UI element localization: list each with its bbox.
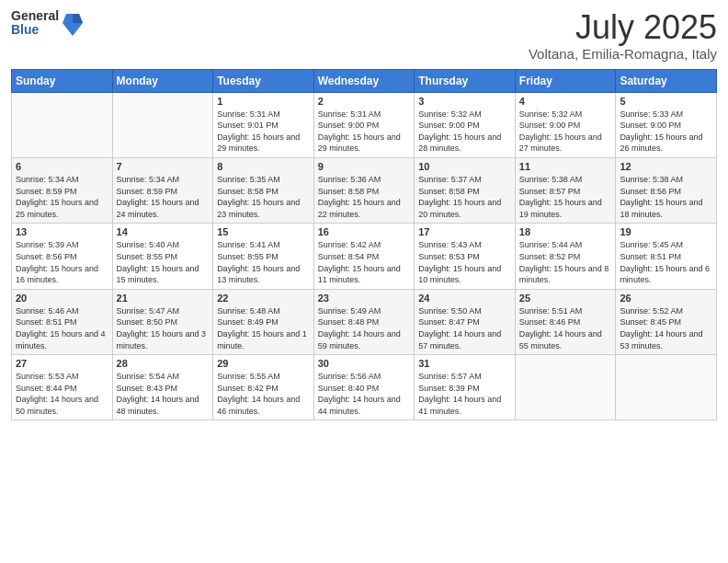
subtitle: Voltana, Emilia-Romagna, Italy bbox=[529, 46, 717, 62]
calendar-cell: 30Sunrise: 5:56 AM Sunset: 8:40 PM Dayli… bbox=[313, 355, 415, 420]
calendar-cell: 25Sunrise: 5:51 AM Sunset: 8:46 PM Dayli… bbox=[515, 289, 616, 354]
day-number: 20 bbox=[16, 293, 108, 304]
logo-text: General Blue bbox=[11, 9, 59, 38]
calendar-cell: 13Sunrise: 5:39 AM Sunset: 8:56 PM Dayli… bbox=[12, 224, 113, 289]
day-number: 29 bbox=[217, 358, 310, 369]
day-detail: Sunrise: 5:45 AM Sunset: 8:51 PM Dayligh… bbox=[620, 239, 712, 285]
calendar-cell: 17Sunrise: 5:43 AM Sunset: 8:53 PM Dayli… bbox=[415, 224, 516, 289]
calendar-cell: 3Sunrise: 5:32 AM Sunset: 9:00 PM Daylig… bbox=[415, 92, 516, 157]
calendar-cell: 21Sunrise: 5:47 AM Sunset: 8:50 PM Dayli… bbox=[112, 289, 213, 354]
day-detail: Sunrise: 5:40 AM Sunset: 8:55 PM Dayligh… bbox=[117, 239, 210, 285]
calendar-cell: 8Sunrise: 5:35 AM Sunset: 8:58 PM Daylig… bbox=[213, 157, 314, 223]
calendar-cell: 27Sunrise: 5:53 AM Sunset: 8:44 PM Dayli… bbox=[12, 355, 113, 420]
weekday-header: Saturday bbox=[616, 69, 717, 92]
day-detail: Sunrise: 5:48 AM Sunset: 8:49 PM Dayligh… bbox=[217, 305, 310, 351]
weekday-header: Monday bbox=[112, 69, 213, 92]
calendar-cell: 23Sunrise: 5:49 AM Sunset: 8:48 PM Dayli… bbox=[313, 289, 415, 354]
calendar-body: 1Sunrise: 5:31 AM Sunset: 9:01 PM Daylig… bbox=[12, 92, 717, 420]
calendar-cell: 15Sunrise: 5:41 AM Sunset: 8:55 PM Dayli… bbox=[213, 224, 314, 289]
calendar-cell: 6Sunrise: 5:34 AM Sunset: 8:59 PM Daylig… bbox=[12, 157, 113, 223]
calendar-week-row: 6Sunrise: 5:34 AM Sunset: 8:59 PM Daylig… bbox=[12, 157, 717, 223]
calendar-week-row: 1Sunrise: 5:31 AM Sunset: 9:01 PM Daylig… bbox=[12, 92, 717, 157]
day-number: 18 bbox=[519, 226, 612, 237]
day-number: 14 bbox=[117, 226, 210, 237]
day-number: 5 bbox=[620, 96, 712, 107]
day-number: 1 bbox=[217, 96, 310, 107]
day-detail: Sunrise: 5:55 AM Sunset: 8:42 PM Dayligh… bbox=[217, 371, 310, 417]
main-title: July 2025 bbox=[529, 9, 717, 46]
calendar-cell: 22Sunrise: 5:48 AM Sunset: 8:49 PM Dayli… bbox=[213, 289, 314, 354]
calendar-cell: 2Sunrise: 5:31 AM Sunset: 9:00 PM Daylig… bbox=[313, 92, 415, 157]
day-number: 11 bbox=[519, 161, 612, 172]
day-number: 9 bbox=[318, 161, 411, 172]
calendar-header: SundayMondayTuesdayWednesdayThursdayFrid… bbox=[12, 69, 717, 92]
calendar-cell: 16Sunrise: 5:42 AM Sunset: 8:54 PM Dayli… bbox=[313, 224, 415, 289]
day-detail: Sunrise: 5:43 AM Sunset: 8:53 PM Dayligh… bbox=[418, 239, 511, 285]
day-detail: Sunrise: 5:49 AM Sunset: 8:48 PM Dayligh… bbox=[318, 305, 411, 351]
day-detail: Sunrise: 5:36 AM Sunset: 8:58 PM Dayligh… bbox=[318, 174, 411, 220]
day-number: 17 bbox=[418, 226, 511, 237]
calendar-cell: 28Sunrise: 5:54 AM Sunset: 8:43 PM Dayli… bbox=[112, 355, 213, 420]
day-number: 15 bbox=[217, 226, 310, 237]
calendar-cell: 20Sunrise: 5:46 AM Sunset: 8:51 PM Dayli… bbox=[12, 289, 113, 354]
day-detail: Sunrise: 5:42 AM Sunset: 8:54 PM Dayligh… bbox=[318, 239, 411, 285]
weekday-header: Wednesday bbox=[313, 69, 415, 92]
weekday-header: Thursday bbox=[415, 69, 516, 92]
day-number: 13 bbox=[16, 226, 108, 237]
day-number: 30 bbox=[318, 358, 411, 369]
logo: General Blue bbox=[11, 9, 83, 38]
day-detail: Sunrise: 5:37 AM Sunset: 8:58 PM Dayligh… bbox=[418, 174, 511, 220]
day-detail: Sunrise: 5:38 AM Sunset: 8:56 PM Dayligh… bbox=[620, 174, 712, 220]
day-detail: Sunrise: 5:56 AM Sunset: 8:40 PM Dayligh… bbox=[318, 371, 411, 417]
calendar: SundayMondayTuesdayWednesdayThursdayFrid… bbox=[11, 69, 717, 421]
calendar-cell: 24Sunrise: 5:50 AM Sunset: 8:47 PM Dayli… bbox=[415, 289, 516, 354]
weekday-header: Sunday bbox=[12, 69, 113, 92]
day-number: 27 bbox=[16, 358, 108, 369]
calendar-cell: 14Sunrise: 5:40 AM Sunset: 8:55 PM Dayli… bbox=[112, 224, 213, 289]
day-number: 26 bbox=[620, 293, 712, 304]
calendar-cell: 11Sunrise: 5:38 AM Sunset: 8:57 PM Dayli… bbox=[515, 157, 616, 223]
day-number: 22 bbox=[217, 293, 310, 304]
day-detail: Sunrise: 5:31 AM Sunset: 9:00 PM Dayligh… bbox=[318, 109, 411, 155]
day-detail: Sunrise: 5:44 AM Sunset: 8:52 PM Dayligh… bbox=[519, 239, 612, 285]
day-number: 12 bbox=[620, 161, 712, 172]
day-detail: Sunrise: 5:34 AM Sunset: 8:59 PM Dayligh… bbox=[16, 174, 108, 220]
day-number: 19 bbox=[620, 226, 712, 237]
day-detail: Sunrise: 5:31 AM Sunset: 9:01 PM Dayligh… bbox=[217, 109, 310, 155]
day-detail: Sunrise: 5:46 AM Sunset: 8:51 PM Dayligh… bbox=[16, 305, 108, 351]
calendar-cell: 26Sunrise: 5:52 AM Sunset: 8:45 PM Dayli… bbox=[616, 289, 717, 354]
day-number: 31 bbox=[418, 358, 511, 369]
day-detail: Sunrise: 5:32 AM Sunset: 9:00 PM Dayligh… bbox=[418, 109, 511, 155]
calendar-cell bbox=[515, 355, 616, 420]
calendar-cell: 12Sunrise: 5:38 AM Sunset: 8:56 PM Dayli… bbox=[616, 157, 717, 223]
calendar-cell: 31Sunrise: 5:57 AM Sunset: 8:39 PM Dayli… bbox=[415, 355, 516, 420]
day-detail: Sunrise: 5:54 AM Sunset: 8:43 PM Dayligh… bbox=[117, 371, 210, 417]
day-detail: Sunrise: 5:32 AM Sunset: 9:00 PM Dayligh… bbox=[519, 109, 612, 155]
day-detail: Sunrise: 5:50 AM Sunset: 8:47 PM Dayligh… bbox=[418, 305, 511, 351]
day-detail: Sunrise: 5:52 AM Sunset: 8:45 PM Dayligh… bbox=[620, 305, 712, 351]
page: General Blue July 2025 Voltana, Emilia-R… bbox=[0, 0, 728, 563]
calendar-cell bbox=[12, 92, 113, 157]
day-number: 3 bbox=[418, 96, 511, 107]
calendar-cell: 4Sunrise: 5:32 AM Sunset: 9:00 PM Daylig… bbox=[515, 92, 616, 157]
calendar-cell: 1Sunrise: 5:31 AM Sunset: 9:01 PM Daylig… bbox=[213, 92, 314, 157]
day-number: 21 bbox=[117, 293, 210, 304]
day-number: 28 bbox=[117, 358, 210, 369]
calendar-cell: 7Sunrise: 5:34 AM Sunset: 8:59 PM Daylig… bbox=[112, 157, 213, 223]
logo-general: General bbox=[11, 9, 59, 23]
day-number: 24 bbox=[418, 293, 511, 304]
day-detail: Sunrise: 5:47 AM Sunset: 8:50 PM Dayligh… bbox=[117, 305, 210, 351]
day-number: 7 bbox=[117, 161, 210, 172]
day-number: 6 bbox=[16, 161, 108, 172]
day-number: 10 bbox=[418, 161, 511, 172]
title-section: July 2025 Voltana, Emilia-Romagna, Italy bbox=[529, 9, 717, 62]
day-number: 4 bbox=[519, 96, 612, 107]
day-number: 8 bbox=[217, 161, 310, 172]
weekday-header-row: SundayMondayTuesdayWednesdayThursdayFrid… bbox=[12, 69, 717, 92]
logo-blue: Blue bbox=[11, 23, 59, 37]
weekday-header: Tuesday bbox=[213, 69, 314, 92]
calendar-week-row: 27Sunrise: 5:53 AM Sunset: 8:44 PM Dayli… bbox=[12, 355, 717, 420]
header: General Blue July 2025 Voltana, Emilia-R… bbox=[11, 9, 717, 62]
calendar-cell: 18Sunrise: 5:44 AM Sunset: 8:52 PM Dayli… bbox=[515, 224, 616, 289]
calendar-cell: 19Sunrise: 5:45 AM Sunset: 8:51 PM Dayli… bbox=[616, 224, 717, 289]
